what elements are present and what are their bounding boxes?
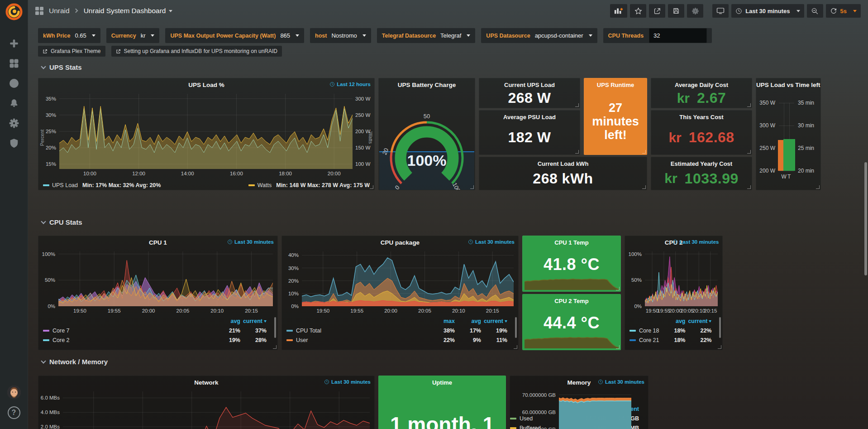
panel-time-override[interactable]: Last 30 minutes	[324, 379, 371, 385]
variable-ups-datasource[interactable]: UPS Datasource apcupsd-container	[481, 28, 597, 43]
panel-current-ups-load: Current UPS Load 268 W	[479, 78, 580, 108]
panel-time-override[interactable]: Last 30 minutes	[227, 239, 274, 245]
panel-time-label: Last 12 hours	[337, 82, 371, 87]
refresh-picker[interactable]: 5s	[826, 4, 861, 18]
variable-kwh-price[interactable]: kWh Price 0.65	[38, 28, 100, 43]
legend-col-current[interactable]: current	[240, 318, 267, 324]
breadcrumb-page-title[interactable]: Unraid System Dashboard	[84, 7, 166, 15]
cpu1-plot[interactable]	[58, 251, 273, 306]
add-panel-button[interactable]	[610, 4, 627, 18]
cpu-threads-input[interactable]	[649, 28, 707, 43]
explore-compass-icon[interactable]	[5, 74, 23, 92]
y-axis-label: 4.0 MBs	[38, 409, 60, 416]
alerting-bell-icon[interactable]	[5, 94, 23, 112]
legend-col-current[interactable]: current	[481, 318, 507, 324]
tv-kiosk-button[interactable]	[712, 4, 729, 18]
panel-title[interactable]: CPU 1	[149, 239, 167, 246]
dashboard-title-caret-icon[interactable]	[169, 10, 172, 12]
panel-header[interactable]: CPU 2 Last 30 minutes	[625, 236, 722, 249]
section-cpu-stats[interactable]: CPU Stats	[42, 218, 82, 226]
panel-header[interactable]: Network Last 30 minutes	[38, 376, 374, 389]
variable-caret-icon	[151, 34, 154, 37]
legend-col-avg[interactable]: avg	[214, 318, 240, 324]
share-button[interactable]	[649, 4, 665, 18]
panel-title[interactable]: UPS Battery Charge	[398, 82, 456, 88]
network-plot[interactable]	[63, 391, 370, 429]
settings-gear-button[interactable]	[687, 4, 703, 18]
panel-time-override[interactable]: Last 12 hours	[329, 82, 371, 87]
variable-telegraf-datasource[interactable]: Telegraf Datasource Telegraf	[377, 28, 476, 43]
panel-title[interactable]: CPU package	[381, 239, 420, 246]
legend-series-name[interactable]: UPS Load	[52, 182, 78, 188]
stat-title: Average PSU Load	[503, 114, 556, 121]
legend-series-name[interactable]: Core 21	[639, 337, 659, 343]
user-avatar[interactable]	[7, 386, 21, 399]
stat-value: 268 W	[508, 90, 551, 106]
stat-title: CPU 2 Temp	[554, 298, 589, 304]
legend-col-current[interactable]: current	[685, 318, 711, 324]
cpu2-plot[interactable]	[645, 251, 718, 306]
panel-time-override[interactable]: Last 30 minutes	[468, 239, 515, 245]
star-button[interactable]	[630, 4, 646, 18]
variable-ups-max-power[interactable]: UPS Max Output Power Capacity (Watt) 865	[165, 28, 304, 43]
legend-series-name[interactable]: CPU Total	[296, 328, 321, 334]
section-collapse-icon	[41, 64, 46, 69]
section-network-memory[interactable]: Network / Memory	[42, 358, 108, 366]
y-axis-label: 100%	[38, 251, 55, 258]
zoom-out-button[interactable]	[807, 4, 823, 18]
panel-header[interactable]: UPS Load % Last 12 hours	[38, 78, 374, 91]
legend-series-name[interactable]: Core 7	[52, 328, 70, 334]
panel-uptime: Uptime 1 month, 1	[378, 376, 506, 429]
panel-time-label: Last 30 minutes	[234, 239, 274, 245]
time-range-picker[interactable]: Last 30 minutes	[731, 4, 804, 18]
section-ups-stats[interactable]: UPS Stats	[42, 63, 82, 71]
legend-series-name[interactable]: Core 18	[639, 328, 659, 334]
link-ups-monitoring-guide[interactable]: Setting up Grafana and InfluxDB for UPS …	[111, 46, 282, 57]
legend-series-name[interactable]: User	[296, 337, 308, 343]
panel-header[interactable]: UPS Battery Charge	[379, 78, 475, 91]
grafana-logo[interactable]	[5, 3, 23, 21]
variable-currency[interactable]: Currency kr	[106, 28, 160, 43]
page-scrollbar[interactable]	[864, 162, 867, 275]
link-grafana-plex-theme[interactable]: Grafana Plex Theme	[38, 46, 105, 57]
legend-series-name[interactable]: Used	[520, 415, 533, 422]
legend-col-avg[interactable]: avg	[659, 318, 685, 324]
bar-T[interactable]	[783, 139, 795, 171]
package-plot[interactable]	[302, 251, 514, 306]
panel-header[interactable]: CPU 1 Last 30 minutes	[38, 236, 277, 249]
variable-caret-icon	[92, 34, 95, 37]
panel-title[interactable]: UPS Load %	[188, 82, 224, 88]
admin-shield-icon[interactable]	[5, 134, 23, 152]
legend-scrollbar[interactable]	[515, 317, 517, 338]
panel-title[interactable]: Memory	[568, 379, 591, 386]
gauge-plot[interactable]: 02050100	[379, 91, 475, 190]
panel-time-override[interactable]: Last 30 minutes	[598, 379, 644, 385]
legend-col-avg[interactable]: avg	[455, 318, 481, 324]
dashboards-icon[interactable]	[5, 54, 23, 72]
stat-value: 1033.99	[685, 170, 739, 187]
panel-title[interactable]: UPS Load vs Time left	[756, 82, 820, 88]
panel-time-label: Last 30 minutes	[680, 239, 719, 245]
save-button[interactable]	[668, 4, 684, 18]
y-axis-label: 60.000000 GB	[510, 409, 556, 416]
panel-time-override[interactable]: Last 30 minutes	[672, 239, 719, 245]
memory-plot[interactable]	[559, 391, 631, 429]
panel-title[interactable]: Network	[194, 379, 218, 386]
legend-scrollbar[interactable]	[719, 317, 721, 338]
help-icon[interactable]: ?	[8, 406, 20, 419]
legend-col-max[interactable]: max	[429, 318, 455, 324]
legend-series-name[interactable]: Core 2	[52, 337, 70, 343]
dashboard-picker-icon[interactable]	[35, 7, 43, 15]
ups_load-plot[interactable]	[59, 94, 353, 169]
panel-header[interactable]: UPS Load vs Time left	[756, 78, 820, 91]
panel-header[interactable]: Memory Last 30 minutes	[510, 376, 648, 389]
legend-scrollbar[interactable]	[274, 317, 276, 338]
variable-host[interactable]: host Nostromo	[310, 28, 371, 43]
configuration-gear-icon[interactable]	[5, 114, 23, 132]
panel-header[interactable]: CPU package Last 30 minutes	[282, 236, 518, 249]
create-icon[interactable]	[5, 34, 23, 53]
variable-value: 0.65	[75, 32, 86, 39]
breadcrumb-app[interactable]: Unraid	[49, 7, 70, 15]
legend-series-name[interactable]: Watts	[258, 182, 272, 188]
legend-swatch	[43, 184, 49, 186]
